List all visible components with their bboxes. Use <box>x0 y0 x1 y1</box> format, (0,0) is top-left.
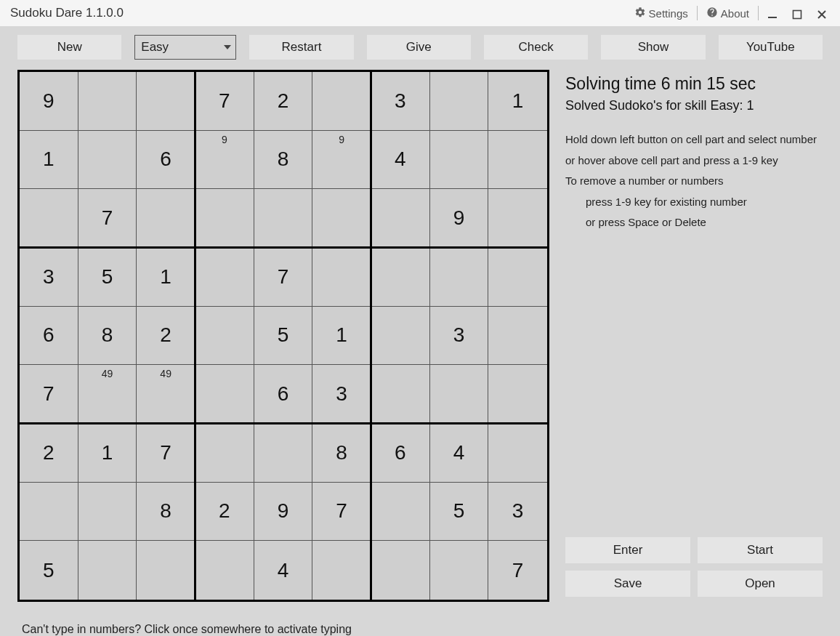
give-button[interactable]: Give <box>367 35 471 60</box>
settings-button[interactable]: Settings <box>627 0 695 26</box>
sudoku-cell[interactable]: 1 <box>20 131 78 190</box>
window-titlebar: Sudoku Dare 1.1.0.0 Settings About <box>0 0 840 26</box>
sudoku-cell[interactable] <box>78 541 137 600</box>
show-button[interactable]: Show <box>601 35 705 60</box>
sudoku-cell[interactable] <box>371 189 430 248</box>
sudoku-cell[interactable]: 1 <box>137 248 195 307</box>
sudoku-cell[interactable] <box>254 189 313 248</box>
sudoku-cell[interactable]: 2 <box>254 72 313 131</box>
sudoku-cell[interactable]: 5 <box>430 483 489 542</box>
close-button[interactable] <box>809 7 834 19</box>
sudoku-cell[interactable]: 8 <box>78 307 137 366</box>
sudoku-cell[interactable] <box>488 424 547 483</box>
open-button[interactable]: Open <box>698 571 823 597</box>
sudoku-cell[interactable] <box>78 483 137 542</box>
save-button[interactable]: Save <box>565 571 690 597</box>
sudoku-cell[interactable]: 6 <box>20 307 78 366</box>
sudoku-cell[interactable]: 3 <box>371 72 430 131</box>
sudoku-cell[interactable] <box>371 541 430 600</box>
sudoku-cell[interactable]: 6 <box>371 424 430 483</box>
sudoku-cell[interactable]: 7 <box>78 189 137 248</box>
sudoku-cell[interactable]: 7 <box>488 541 547 600</box>
check-button[interactable]: Check <box>484 35 588 60</box>
sudoku-cell[interactable]: 9 <box>430 189 489 248</box>
sudoku-cell[interactable] <box>254 424 313 483</box>
difficulty-select[interactable]: Easy <box>134 35 236 60</box>
sudoku-cell[interactable]: 2 <box>195 483 254 542</box>
sudoku-cell[interactable] <box>371 365 430 424</box>
sudoku-cell[interactable] <box>488 131 547 190</box>
sudoku-cell[interactable] <box>312 248 371 307</box>
sudoku-cell[interactable] <box>20 483 78 542</box>
sudoku-cell[interactable]: 7 <box>137 424 195 483</box>
sudoku-cell[interactable] <box>312 541 371 600</box>
sudoku-cell[interactable]: 8 <box>312 424 371 483</box>
cell-value: 6 <box>160 148 171 171</box>
youtube-button[interactable]: YouTube <box>719 35 823 60</box>
sudoku-cell[interactable]: 8 <box>254 131 313 190</box>
sudoku-cell[interactable] <box>488 189 547 248</box>
sudoku-cell[interactable]: 5 <box>254 307 313 366</box>
sudoku-cell[interactable]: 7 <box>20 365 78 424</box>
sudoku-cell[interactable]: 6 <box>254 365 313 424</box>
sudoku-cell[interactable] <box>195 189 254 248</box>
sudoku-cell[interactable] <box>430 541 489 600</box>
minimize-button[interactable] <box>760 7 785 19</box>
sudoku-cell[interactable] <box>430 365 489 424</box>
sudoku-cell[interactable]: 4 <box>371 131 430 190</box>
sudoku-cell[interactable] <box>78 131 137 190</box>
sudoku-cell[interactable]: 9 <box>20 72 78 131</box>
about-button[interactable]: About <box>699 0 756 26</box>
sudoku-cell[interactable] <box>195 365 254 424</box>
sudoku-cell[interactable] <box>371 483 430 542</box>
sudoku-cell[interactable] <box>488 248 547 307</box>
sudoku-cell[interactable] <box>195 307 254 366</box>
sudoku-cell[interactable] <box>137 189 195 248</box>
sudoku-cell[interactable]: 3 <box>312 365 371 424</box>
start-button[interactable]: Start <box>698 537 823 563</box>
new-button[interactable]: New <box>17 35 121 60</box>
sudoku-cell[interactable]: 6 <box>137 131 195 190</box>
sudoku-cell[interactable]: 49 <box>78 365 137 424</box>
sudoku-cell[interactable]: 7 <box>312 483 371 542</box>
sudoku-cell[interactable] <box>488 307 547 366</box>
sudoku-cell[interactable]: 1 <box>78 424 137 483</box>
sudoku-cell[interactable]: 9 <box>312 131 371 190</box>
sudoku-cell[interactable]: 8 <box>137 483 195 542</box>
sudoku-cell[interactable] <box>430 131 489 190</box>
sudoku-cell[interactable] <box>371 307 430 366</box>
sudoku-cell[interactable]: 4 <box>254 541 313 600</box>
sudoku-cell[interactable] <box>195 541 254 600</box>
sudoku-cell[interactable]: 9 <box>195 131 254 190</box>
sudoku-cell[interactable]: 2 <box>137 307 195 366</box>
sudoku-cell[interactable] <box>312 189 371 248</box>
sudoku-cell[interactable] <box>430 72 489 131</box>
sudoku-cell[interactable]: 3 <box>20 248 78 307</box>
sudoku-cell[interactable] <box>371 248 430 307</box>
sudoku-board[interactable]: 9723116989479351768251374949632178648297… <box>17 70 549 602</box>
sudoku-cell[interactable] <box>430 248 489 307</box>
sudoku-cell[interactable]: 7 <box>195 72 254 131</box>
sudoku-cell[interactable]: 3 <box>430 307 489 366</box>
sudoku-cell[interactable] <box>195 248 254 307</box>
sudoku-cell[interactable]: 3 <box>488 483 547 542</box>
sudoku-cell[interactable]: 5 <box>78 248 137 307</box>
sudoku-cell[interactable] <box>137 541 195 600</box>
enter-button[interactable]: Enter <box>565 537 690 563</box>
sudoku-cell[interactable]: 49 <box>137 365 195 424</box>
sudoku-cell[interactable]: 1 <box>312 307 371 366</box>
sudoku-cell[interactable]: 4 <box>430 424 489 483</box>
sudoku-cell[interactable] <box>195 424 254 483</box>
sudoku-cell[interactable] <box>312 72 371 131</box>
sudoku-cell[interactable] <box>78 72 137 131</box>
sudoku-cell[interactable] <box>20 189 78 248</box>
restart-button[interactable]: Restart <box>249 35 353 60</box>
sudoku-cell[interactable] <box>488 365 547 424</box>
sudoku-cell[interactable]: 7 <box>254 248 313 307</box>
sudoku-cell[interactable]: 5 <box>20 541 78 600</box>
sudoku-cell[interactable]: 1 <box>488 72 547 131</box>
maximize-button[interactable] <box>785 7 809 19</box>
sudoku-cell[interactable] <box>137 72 195 131</box>
sudoku-cell[interactable]: 2 <box>20 424 78 483</box>
sudoku-cell[interactable]: 9 <box>254 483 313 542</box>
